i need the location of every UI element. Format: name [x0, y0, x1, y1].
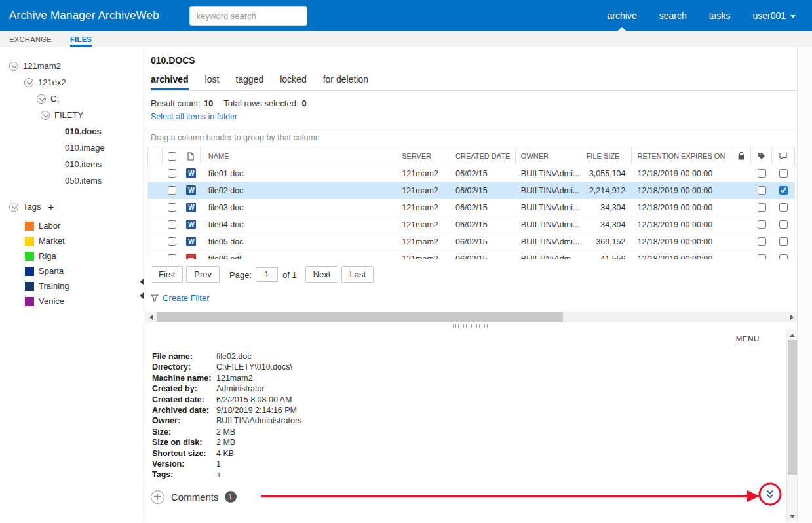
row-select-checkbox[interactable]	[168, 220, 176, 229]
tab-lost[interactable]: lost	[205, 74, 220, 90]
tree-item-filety[interactable]: FILETY	[0, 107, 139, 123]
tab-files[interactable]: FILES	[70, 35, 92, 47]
table-row[interactable]: W file01.doc 121mam2 06/02/15 BUILTIN\Ad…	[148, 165, 794, 182]
row-comment-checkbox[interactable]	[779, 169, 788, 178]
row-select-checkbox[interactable]	[168, 203, 176, 212]
scroll-up-button[interactable]	[787, 330, 797, 340]
sidebar-tag-market[interactable]: Market	[0, 233, 139, 248]
row-comment-checkbox[interactable]	[779, 186, 788, 195]
file-name-cell[interactable]: file03.doc	[201, 203, 396, 212]
sidebar-tag-riga[interactable]: Riga	[0, 248, 139, 263]
horizontal-scrollbar[interactable]	[145, 312, 797, 322]
scroll-left-button[interactable]	[145, 312, 156, 322]
tree-item-121ex2[interactable]: 121ex2	[0, 74, 139, 90]
collapse-left-icon[interactable]	[140, 279, 144, 285]
table-row[interactable]: W file03.doc 121mam2 06/02/15 BUILTIN\Ad…	[148, 199, 794, 216]
add-tag-button[interactable]: +	[48, 203, 54, 212]
sidebar-splitter[interactable]	[139, 47, 145, 522]
tree-item-010-image[interactable]: 010.image	[0, 140, 139, 156]
arrow-up-icon	[790, 334, 795, 337]
file-name-cell[interactable]: file04.doc	[201, 220, 396, 229]
tree-item-050-items[interactable]: 050.items	[0, 172, 139, 189]
next-page-button[interactable]: Next	[305, 266, 339, 283]
add-comment-icon[interactable]	[151, 490, 164, 504]
details-splitter[interactable]	[145, 322, 797, 329]
header-file-size[interactable]: FILE SIZE	[581, 147, 632, 165]
sidebar-tag-sparta[interactable]: Sparta	[0, 263, 139, 279]
file-name-cell[interactable]: file06.pdf	[201, 254, 396, 260]
vertical-scrollbar[interactable]	[786, 329, 797, 522]
file-name-cell[interactable]: file02.doc	[201, 186, 396, 195]
expand-comments-button[interactable]	[765, 488, 775, 500]
chevron-down-icon	[790, 15, 796, 18]
row-comment-checkbox[interactable]	[779, 203, 788, 212]
nav-archive[interactable]: archive	[596, 0, 648, 31]
create-filter-link[interactable]: Create Filter	[151, 293, 797, 303]
row-select-checkbox[interactable]	[168, 169, 176, 178]
row-tag-checkbox[interactable]	[758, 254, 766, 259]
select-all-checkbox[interactable]	[168, 152, 176, 161]
row-tag-checkbox[interactable]	[758, 220, 766, 229]
header-server[interactable]: SERVER	[396, 147, 450, 165]
splitter-grip[interactable]	[453, 324, 490, 328]
tree-item-010-items[interactable]: 010.items	[0, 156, 139, 172]
row-select-checkbox[interactable]	[168, 186, 176, 195]
add-tag-button[interactable]: +	[216, 469, 222, 480]
scroll-right-button[interactable]	[786, 312, 797, 322]
nav-tasks[interactable]: tasks	[698, 0, 742, 31]
sidebar-tag-training[interactable]: Training	[0, 279, 139, 294]
tab-exchange[interactable]: EXCHANGE	[9, 35, 52, 47]
collapse-left-icon[interactable]	[140, 292, 144, 299]
row-comment-checkbox[interactable]	[779, 254, 788, 259]
horizontal-scrollbar-thumb[interactable]	[157, 312, 563, 322]
expand-icon[interactable]	[24, 78, 33, 87]
table-row[interactable]: W file02.doc 121mam2 06/02/15 BUILTIN\Ad…	[148, 182, 794, 199]
prev-page-button[interactable]: Prev	[186, 266, 220, 283]
keyword-search-input[interactable]	[189, 6, 307, 26]
owner-cell: BUILTIN\Admi...	[516, 169, 581, 178]
expand-icon[interactable]	[41, 111, 50, 120]
row-comment-checkbox[interactable]	[779, 220, 788, 229]
row-comment-checkbox[interactable]	[779, 237, 788, 246]
row-tag-checkbox[interactable]	[758, 169, 766, 178]
tab-tagged[interactable]: tagged	[235, 74, 263, 90]
expand-icon[interactable]	[37, 94, 46, 104]
tab-locked[interactable]: locked	[280, 74, 306, 90]
first-page-button[interactable]: First	[151, 266, 183, 283]
table-row[interactable]: W file04.doc 121mam2 06/02/15 BUILTIN\Ad…	[148, 216, 794, 233]
page-number-input[interactable]	[256, 267, 278, 282]
vertical-scrollbar-thumb[interactable]	[788, 340, 797, 475]
row-select-checkbox[interactable]	[168, 237, 176, 246]
nav-search[interactable]: search	[648, 0, 698, 31]
table-row[interactable]: file06.pdf 121mam2 06/02/15 BUILTIN\Adm.…	[148, 250, 794, 259]
header-name[interactable]: NAME	[201, 147, 396, 165]
header-file-type[interactable]	[182, 147, 201, 165]
user-menu[interactable]: user001	[741, 0, 807, 31]
select-all-link[interactable]: Select all items in folder	[151, 112, 237, 121]
header-owner[interactable]: OWNER	[516, 147, 581, 165]
tree-item-121mam2[interactable]: 121mam2	[0, 58, 139, 74]
tab-for-deletion[interactable]: for deletion	[323, 74, 368, 90]
tree-item-c-drive[interactable]: C:	[0, 90, 139, 107]
file-name-cell[interactable]: file05.doc	[201, 237, 396, 246]
expand-icon[interactable]	[9, 62, 18, 71]
header-lock[interactable]	[731, 147, 751, 165]
expand-icon[interactable]	[9, 203, 18, 212]
tree-item-010-docs[interactable]: 010.docs	[0, 123, 139, 140]
row-select-checkbox[interactable]	[168, 254, 176, 259]
sidebar-tag-labor[interactable]: Labor	[0, 218, 139, 233]
row-tag-checkbox[interactable]	[758, 186, 766, 195]
row-tag-checkbox[interactable]	[758, 237, 766, 246]
tab-archived[interactable]: archived	[151, 74, 189, 90]
header-retention[interactable]: RETENTION EXPIRES ON	[632, 147, 731, 165]
header-tag[interactable]	[751, 147, 772, 165]
scroll-down-button[interactable]	[787, 511, 797, 522]
table-row[interactable]: W file05.doc 121mam2 06/02/15 BUILTIN\Ad…	[148, 233, 794, 250]
row-tag-checkbox[interactable]	[758, 203, 766, 212]
last-page-button[interactable]: Last	[341, 266, 374, 283]
details-menu-button[interactable]: MENU	[736, 335, 760, 343]
header-comment[interactable]	[772, 147, 794, 165]
sidebar-tag-venice[interactable]: Venice	[0, 294, 139, 309]
file-name-cell[interactable]: file01.doc	[201, 169, 396, 178]
header-created-date[interactable]: CREATED DATE	[450, 147, 516, 165]
